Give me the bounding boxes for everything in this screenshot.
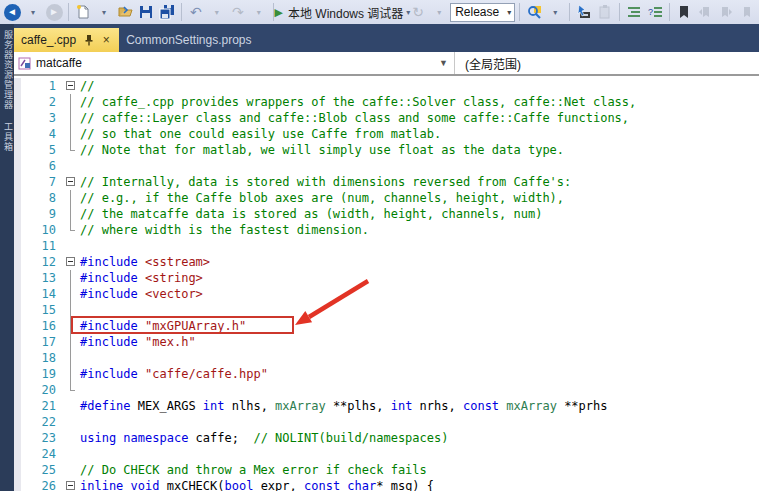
redo-dropdown[interactable]: ▾: [249, 1, 269, 23]
navigate-to-button[interactable]: [574, 1, 594, 23]
tab-label: caffe_.cpp: [21, 33, 76, 47]
code-line[interactable]: 17#include "mex.h": [14, 334, 759, 350]
code-line[interactable]: 9// the matcaffe data is stored as (widt…: [14, 206, 759, 222]
line-number: 2: [21, 94, 65, 110]
code-line[interactable]: 7// Internally, data is stored with dime…: [14, 174, 759, 190]
pin-icon[interactable]: [84, 34, 94, 46]
code-line[interactable]: 5// Note that for matlab, we will simply…: [14, 142, 759, 158]
code-editor[interactable]: 1//2// caffe_.cpp provides wrappers of t…: [14, 78, 759, 491]
code-line[interactable]: 10// where width is the fastest dimensio…: [14, 222, 759, 238]
line-number: 7: [21, 174, 65, 190]
navigate-back-button[interactable]: ◄: [2, 1, 22, 23]
refresh-button[interactable]: ↻: [408, 1, 428, 23]
navigate-back-dropdown[interactable]: ▾: [23, 1, 43, 23]
add-item-button[interactable]: [115, 1, 135, 23]
tab-commonsettings-props[interactable]: CommonSettings.props: [119, 28, 258, 52]
close-icon[interactable]: ×: [100, 33, 112, 47]
fold-toggle[interactable]: [65, 478, 80, 491]
code-line[interactable]: 25// Do CHECK and throw a Mex error if c…: [14, 462, 759, 478]
configuration-combo[interactable]: Release ▾: [450, 3, 515, 22]
code-line[interactable]: 12#include <sstream>: [14, 254, 759, 270]
code-line[interactable]: 4// so that one could easily use Caffe f…: [14, 126, 759, 142]
code-line[interactable]: 20: [14, 382, 759, 398]
new-file-dropdown[interactable]: ▾: [94, 1, 114, 23]
new-file-icon: [75, 4, 91, 20]
chevron-down-icon: ▾: [507, 8, 511, 17]
fold-guide: [65, 302, 80, 318]
code-line[interactable]: 8// e.g., if the Caffe blob axes are (nu…: [14, 190, 759, 206]
code-line[interactable]: 2// caffe_.cpp provides wrappers of the …: [14, 94, 759, 110]
line-number: 10: [21, 222, 65, 238]
refresh-dropdown[interactable]: ▾: [429, 1, 449, 23]
code-text: // Do CHECK and throw a Mex error if che…: [80, 462, 759, 478]
code-line[interactable]: 18: [14, 350, 759, 366]
navigate-to-icon: [576, 4, 592, 20]
line-number: 11: [21, 238, 65, 254]
code-line[interactable]: 11: [14, 238, 759, 254]
fold-guide: [65, 206, 80, 222]
uncomment-lines-button[interactable]: ?: [645, 1, 665, 23]
fold-guide: [65, 382, 80, 398]
scope-dropdown[interactable]: matcaffe ▼: [14, 52, 455, 74]
next-bookmark-button[interactable]: [716, 1, 736, 23]
code-line[interactable]: 24: [14, 446, 759, 462]
find-in-files-icon: [526, 4, 542, 20]
fold-guide: [65, 462, 80, 478]
code-line[interactable]: 6: [14, 158, 759, 174]
find-options-dropdown[interactable]: ▾: [545, 1, 565, 23]
clear-bookmarks-icon: [739, 4, 755, 20]
navigate-forward-button[interactable]: ►: [44, 1, 64, 23]
redo-button[interactable]: ↷: [228, 1, 248, 23]
bookmark-icon: [676, 4, 692, 20]
line-number: 1: [21, 78, 65, 94]
breakpoint-margin[interactable]: [14, 78, 21, 491]
new-file-button[interactable]: [73, 1, 93, 23]
fold-guide: [65, 350, 80, 366]
fold-toggle[interactable]: [65, 254, 80, 270]
code-line[interactable]: 1//: [14, 78, 759, 94]
fold-toggle[interactable]: [65, 78, 80, 94]
code-line[interactable]: 26inline void mxCHECK(bool expr, const c…: [14, 478, 759, 491]
find-in-files-button[interactable]: [524, 1, 544, 23]
code-line[interactable]: 3// caffe::Layer class and caffe::Blob c…: [14, 110, 759, 126]
code-line[interactable]: 13#include <string>: [14, 270, 759, 286]
code-line[interactable]: 16#include "mxGPUArray.h": [14, 318, 759, 334]
clear-bookmarks-button[interactable]: [737, 1, 757, 23]
code-text: [80, 446, 759, 462]
toolbar-separator: [181, 3, 182, 21]
comment-lines-button[interactable]: [624, 1, 644, 23]
toggle-bookmark-button[interactable]: [674, 1, 694, 23]
code-line[interactable]: 21#define MEX_ARGS int nlhs, mxArray **p…: [14, 398, 759, 414]
line-number: 16: [21, 318, 65, 334]
code-line[interactable]: 22: [14, 414, 759, 430]
code-text: [80, 382, 759, 398]
fold-guide: [65, 270, 80, 286]
chevron-down-icon: ▼: [439, 58, 450, 68]
code-line[interactable]: 23using namespace caffe; // NOLINT(build…: [14, 430, 759, 446]
fold-toggle[interactable]: [65, 174, 80, 190]
save-all-button[interactable]: [157, 1, 177, 23]
undo-dropdown[interactable]: ▾: [207, 1, 227, 23]
code-line[interactable]: 14#include <vector>: [14, 286, 759, 302]
line-number: 24: [21, 446, 65, 462]
toolbar-separator: [519, 3, 520, 21]
code-text: #include <sstream>: [80, 254, 759, 270]
line-number: 23: [21, 430, 65, 446]
main-toolbar: ◄ ▾ ► ▾ ↶: [0, 0, 759, 24]
fold-guide: [65, 94, 80, 110]
paste-button[interactable]: [595, 1, 615, 23]
line-number: 25: [21, 462, 65, 478]
member-dropdown[interactable]: (全局范围): [455, 52, 759, 74]
fold-guide: [65, 222, 80, 238]
code-text: #include <string>: [80, 270, 759, 286]
code-line[interactable]: 19#include "caffe/caffe.hpp": [14, 366, 759, 382]
code-text: [80, 158, 759, 174]
save-button[interactable]: [136, 1, 156, 23]
tab-caffe-cpp[interactable]: caffe_.cpp ×: [14, 28, 119, 52]
code-line[interactable]: 15: [14, 302, 759, 318]
scope-value: matcaffe: [36, 56, 434, 70]
prev-bookmark-button[interactable]: [695, 1, 715, 23]
fold-guide: [65, 110, 80, 126]
undo-button[interactable]: ↶: [186, 1, 206, 23]
start-debug-button[interactable]: ▶ 本地 Windows 调试器 ▾: [278, 1, 407, 23]
